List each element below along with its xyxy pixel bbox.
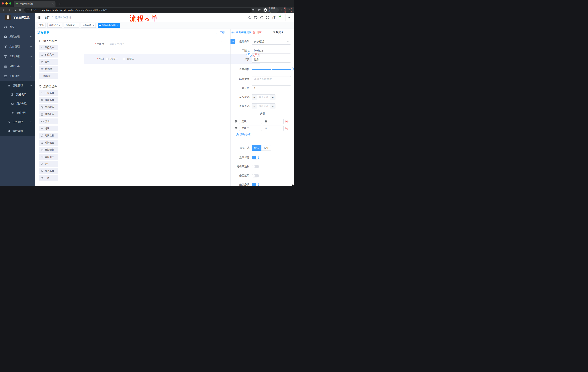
palette-item-color-picker[interactable]: 颜色选择 [39,168,58,174]
home-icon[interactable] [18,8,22,12]
palette-item-multi-line-text[interactable]: 多行文本 [39,52,58,57]
tag-close-icon[interactable] [76,24,77,26]
sidebar-item-infra[interactable]: 基础设施 [0,52,35,61]
tag-close-icon[interactable] [59,24,61,26]
drag-handle-icon[interactable] [234,120,238,123]
sidebar-item-home[interactable]: 首页 [0,22,35,32]
back-icon[interactable] [2,8,5,12]
option-value-input[interactable]: 男 [263,119,284,124]
palette-item-counter[interactable]: 计数器 [39,66,58,72]
window-controls[interactable] [2,2,11,5]
stepper-decrease-button[interactable]: − [252,95,257,100]
save-button[interactable]: 保存 [215,31,224,34]
stepper-input[interactable]: 至少应选 [257,95,270,100]
address-bar[interactable]: 不安全 dashboard.yudao.iocoder.cn/bpm/manag… [24,8,252,12]
option-label-input[interactable]: 选项一 [239,119,262,124]
browser-menu-icon[interactable] [289,9,290,11]
close-window-button[interactable] [2,2,4,5]
stepper-increase-button[interactable]: + [270,95,275,100]
palette-item-radio-group[interactable]: 单选框组 [39,104,58,110]
fullscreen-icon[interactable] [266,16,269,19]
tag-process-form[interactable]: 流程表单 [81,23,96,28]
sidebar-item-payment[interactable]: 支付管理 [0,42,35,52]
palette-item-checkbox-group[interactable]: 多选框组 [39,111,58,117]
minimize-window-button[interactable] [5,2,8,5]
sidebar-item-process-mgmt[interactable]: 流程管理 [0,81,35,90]
sidebar-item-system[interactable]: 系统管理 [0,32,35,42]
palette-item-password[interactable]: 密码 [39,59,58,65]
palette-item-rate[interactable]: 评分 [39,161,58,167]
search-icon[interactable] [248,16,251,19]
slider-thumb[interactable] [291,67,294,70]
tab-form-props[interactable]: 表单属性 [262,29,294,36]
font-size-icon[interactable]: ᴛT [272,16,275,20]
style-button-button[interactable]: 按钮 [262,145,271,151]
option-label-input[interactable]: 选项二 [239,126,262,131]
disabled-toggle[interactable] [252,174,259,177]
avatar-caret-icon[interactable] [288,17,290,19]
palette-item-editor[interactable]: 编辑器 [39,73,58,79]
show-label-toggle[interactable] [252,156,259,159]
browser-tab[interactable]: 芋道管理系统 [14,1,55,7]
update-button[interactable]: 更新 [281,8,292,12]
field-link-tag[interactable] [231,39,235,44]
sidebar-logo[interactable]: 芋道管理系统 [0,13,35,22]
remove-option-icon[interactable] [285,120,289,123]
tag-process-form-edit-active[interactable]: 流程表单-编辑 [98,23,120,28]
tag-process-model[interactable]: 流程模型 [64,23,79,28]
palette-item-single-line-text[interactable]: 单行文本 [39,45,58,50]
breadcrumb-home[interactable]: 首页 [44,16,50,19]
avatar[interactable] [278,14,285,21]
sidebar-item-workflow[interactable]: 工作流程 [0,71,35,81]
label-width-input[interactable]: 请输入标签宽度 [252,76,291,82]
palette-item-cascader[interactable]: 级联选择 [39,97,58,103]
add-option-button[interactable]: 添加选项 [231,133,294,137]
form-grid-slider[interactable] [252,67,293,72]
default-value-input[interactable]: 1 [252,85,291,91]
title-input[interactable]: 性别 [252,57,291,63]
stepper-decrease-button[interactable]: − [252,104,257,109]
stepper-increase-button[interactable]: + [270,104,275,109]
required-toggle[interactable] [252,183,259,186]
sidebar-item-task-mgmt[interactable]: 任务管理 [0,117,35,127]
palette-item-upload[interactable]: 上传 [39,175,58,181]
maximize-window-button[interactable] [9,2,11,5]
palette-item-time-range[interactable]: 时间范围 [39,140,58,146]
palette-item-slider[interactable]: 滑块 [39,126,58,131]
palette-item-date-picker[interactable]: 日期选择 [39,147,58,153]
remove-option-icon[interactable] [285,127,289,130]
bookmark-star-icon[interactable] [257,8,261,12]
component-type-select[interactable]: 多选框组 [252,39,291,45]
sidebar-item-leave-query[interactable]: 请假查询 [0,127,35,136]
slider-track[interactable] [252,69,293,70]
palette-item-time-picker[interactable]: 时间选择 [39,133,58,138]
tag-process-definition[interactable]: 流程定义 [47,23,62,28]
reload-icon[interactable] [13,9,16,12]
sidebar-item-user-group[interactable]: 用户分组 [0,99,35,108]
palette-item-switch[interactable]: 开关 [39,118,58,124]
forward-icon[interactable] [8,8,11,12]
gender-option-2-checkbox[interactable]: 选项二 [123,57,134,61]
option-value-input[interactable]: 女 [263,126,284,131]
sidebar-item-process-form[interactable]: 流程表单 [0,90,35,99]
field-name-input[interactable]: field122 [252,48,291,53]
password-key-icon[interactable] [252,8,255,12]
palette-item-dropdown[interactable]: 下拉选择 [39,90,58,96]
tag-close-icon[interactable] [117,24,118,26]
github-icon[interactable] [254,16,257,20]
style-default-button[interactable]: 默认 [252,145,262,151]
drag-handle-icon[interactable] [234,127,238,130]
tab-close-icon[interactable] [52,3,54,5]
phone-input[interactable]: 请输入手机号 [107,41,222,47]
tag-home[interactable]: 首页 [38,23,45,28]
help-icon[interactable] [260,16,263,19]
gender-option-1-checkbox[interactable]: 选项一 [106,57,118,61]
collapse-sidebar-icon[interactable] [37,16,41,19]
stepper-input[interactable]: 最多可选 [257,104,270,109]
with-border-toggle[interactable] [252,165,259,168]
palette-item-date-range[interactable]: 日期范围 [39,154,58,160]
tag-close-icon[interactable] [92,24,94,26]
tab-component-props[interactable]: 组件属性 [231,29,262,36]
new-tab-button[interactable] [57,1,62,6]
sidebar-item-process-model[interactable]: 流程模型 [0,108,35,117]
